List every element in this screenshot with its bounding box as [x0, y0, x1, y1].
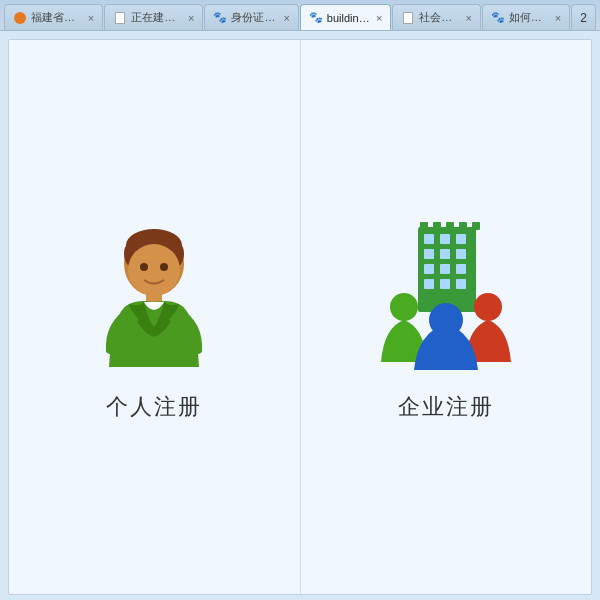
browser-tab-tab6[interactable]: 🐾如何登录× — [482, 4, 570, 30]
registration-container: 个人注册 — [9, 40, 591, 594]
browser-tab-tab5[interactable]: 社会单位× — [392, 4, 480, 30]
tab-label-tab1: 福建省消防 — [31, 10, 84, 25]
svg-rect-9 — [424, 234, 434, 244]
svg-rect-12 — [424, 249, 434, 259]
svg-rect-10 — [440, 234, 450, 244]
tab-favicon-tab4: 🐾 — [309, 11, 323, 25]
tab-label-tab6: 如何登录 — [509, 10, 551, 25]
tab-close-tab5[interactable]: × — [461, 12, 471, 24]
tab-favicon-tab6: 🐾 — [491, 11, 505, 25]
tab-label-tab2: 正在建设中 — [131, 10, 184, 25]
enterprise-registration-option[interactable]: 企业注册 — [301, 40, 592, 594]
svg-rect-15 — [424, 264, 434, 274]
tab-favicon-tab5 — [401, 11, 415, 25]
svg-rect-17 — [456, 264, 466, 274]
svg-rect-11 — [456, 234, 466, 244]
svg-point-27 — [474, 293, 502, 321]
svg-rect-13 — [440, 249, 450, 259]
enterprise-icon — [366, 212, 526, 372]
svg-rect-21 — [420, 222, 428, 230]
tab-bar: 福建省消防×正在建设中×🐾身份证_首×🐾building b×社会单位×🐾如何登… — [0, 0, 600, 30]
page-content: 个人注册 — [8, 39, 592, 595]
tab-close-tab1[interactable]: × — [84, 12, 94, 24]
personal-label: 个人注册 — [106, 392, 202, 422]
tab-close-tab6[interactable]: × — [551, 12, 561, 24]
svg-point-26 — [390, 293, 418, 321]
svg-rect-23 — [446, 222, 454, 230]
tab-label-tab3: 身份证_首 — [231, 10, 279, 25]
svg-point-4 — [128, 244, 180, 296]
personal-registration-option[interactable]: 个人注册 — [9, 40, 301, 594]
svg-rect-18 — [424, 279, 434, 289]
svg-point-6 — [160, 263, 168, 271]
svg-rect-20 — [456, 279, 466, 289]
svg-rect-24 — [459, 222, 467, 230]
svg-rect-25 — [472, 222, 480, 230]
svg-rect-22 — [433, 222, 441, 230]
tab-favicon-tab1 — [13, 11, 27, 25]
browser-tab-tab3[interactable]: 🐾身份证_首× — [204, 4, 298, 30]
tab-favicon-tab2 — [113, 11, 127, 25]
personal-icon — [74, 212, 234, 372]
browser-tab-tab1[interactable]: 福建省消防× — [4, 4, 103, 30]
tab-label-tab4: building b — [327, 12, 372, 24]
svg-point-5 — [140, 263, 148, 271]
browser-tab-tab4[interactable]: 🐾building b× — [300, 4, 392, 30]
browser-chrome: 福建省消防×正在建设中×🐾身份证_首×🐾building b×社会单位×🐾如何登… — [0, 0, 600, 31]
tab-overflow-button[interactable]: 2 — [571, 4, 596, 30]
tab-close-tab3[interactable]: × — [279, 12, 289, 24]
svg-rect-16 — [440, 264, 450, 274]
tab-label-tab5: 社会单位 — [419, 10, 461, 25]
browser-tab-tab2[interactable]: 正在建设中× — [104, 4, 203, 30]
enterprise-label: 企业注册 — [398, 392, 494, 422]
tab-close-tab2[interactable]: × — [184, 12, 194, 24]
tab-close-tab4[interactable]: × — [372, 12, 382, 24]
svg-rect-19 — [440, 279, 450, 289]
svg-rect-14 — [456, 249, 466, 259]
tab-favicon-tab3: 🐾 — [213, 11, 227, 25]
